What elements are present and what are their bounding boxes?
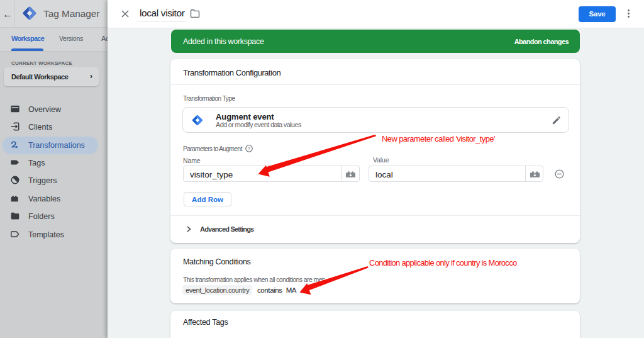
svg-text:?: ?	[248, 146, 251, 152]
